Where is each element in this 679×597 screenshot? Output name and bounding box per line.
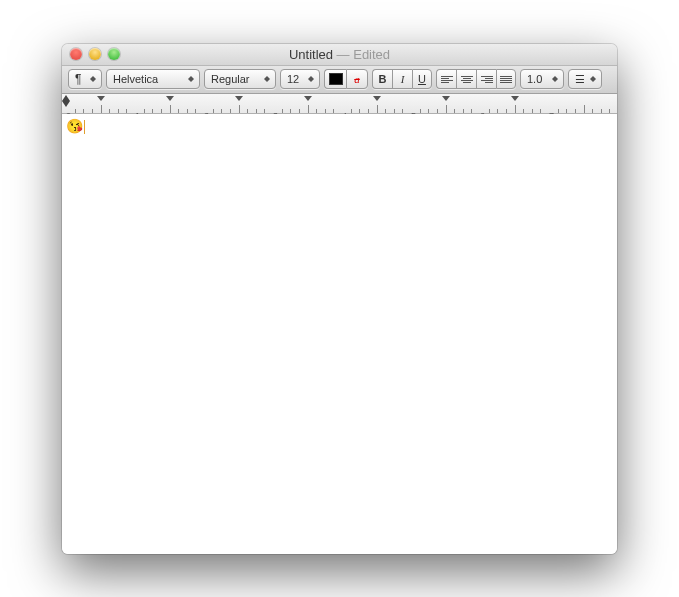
updown-icon: [89, 73, 97, 85]
text-color-button[interactable]: [324, 69, 346, 89]
ruler-tick: [471, 109, 472, 113]
ruler-tick: [144, 109, 145, 113]
ruler-tick: [532, 109, 533, 113]
document-content: 😘: [66, 118, 85, 135]
updown-icon: [589, 73, 597, 85]
ruler-tick: [247, 109, 248, 113]
titlebar[interactable]: Untitled — Edited: [62, 44, 617, 66]
align-right-icon: [481, 76, 493, 83]
ruler-tick: [428, 109, 429, 113]
highlight-color-button[interactable]: a: [346, 69, 368, 89]
ruler-tick: [463, 109, 464, 113]
minimize-button[interactable]: [89, 48, 101, 60]
ruler-tick: [515, 105, 516, 113]
ruler-tick: [454, 109, 455, 113]
bold-button[interactable]: B: [372, 69, 392, 89]
ruler-tick: [446, 105, 447, 113]
tab-stop-marker[interactable]: [97, 96, 105, 101]
tab-stop-marker[interactable]: [166, 96, 174, 101]
align-left-icon: [441, 76, 453, 83]
ruler-tick: [609, 109, 610, 113]
font-style-value: Regular: [211, 73, 250, 85]
ruler-tick: [575, 109, 576, 113]
ruler-tick: [83, 109, 84, 113]
ruler-tick: [92, 109, 93, 113]
ruler-tick: [118, 109, 119, 113]
edited-indicator: — Edited: [333, 47, 390, 62]
ruler-tick: [351, 109, 352, 113]
italic-button[interactable]: I: [392, 69, 412, 89]
bold-label: B: [379, 73, 387, 85]
ruler-tick: [377, 105, 378, 113]
ruler-tick: [497, 109, 498, 113]
text-cursor: [84, 120, 85, 134]
ruler-tick: [316, 109, 317, 113]
ruler-tick: [299, 109, 300, 113]
paragraph-icon: ¶: [75, 72, 81, 86]
ruler-tick: [170, 105, 171, 113]
ruler-tick: [239, 105, 240, 113]
underline-button[interactable]: U: [412, 69, 432, 89]
styles-dropdown[interactable]: ¶: [68, 69, 102, 89]
ruler-tick: [359, 109, 360, 113]
list-dropdown[interactable]: ☰: [568, 69, 602, 89]
ruler-tick: [437, 109, 438, 113]
font-size-value: 12: [287, 73, 299, 85]
tab-stop-marker[interactable]: [442, 96, 450, 101]
ruler-tick: [221, 109, 222, 113]
ruler-tick: [368, 109, 369, 113]
underline-label: U: [418, 73, 426, 85]
highlight-icon: a: [354, 73, 360, 85]
font-size-dropdown[interactable]: 12: [280, 69, 320, 89]
align-right-button[interactable]: [476, 69, 496, 89]
ruler-tick: [325, 109, 326, 113]
document-area[interactable]: 😘: [62, 114, 617, 554]
font-family-value: Helvetica: [113, 73, 158, 85]
tab-stop-marker[interactable]: [304, 96, 312, 101]
align-center-button[interactable]: [456, 69, 476, 89]
ruler-tick: [601, 109, 602, 113]
updown-icon: [263, 73, 271, 85]
style-group: B I U: [372, 69, 432, 89]
window-controls: [62, 48, 120, 60]
close-button[interactable]: [70, 48, 82, 60]
line-spacing-dropdown[interactable]: 1.0: [520, 69, 564, 89]
ruler-tick: [506, 109, 507, 113]
document-name: Untitled: [289, 47, 333, 62]
ruler-tick: [109, 109, 110, 113]
ruler-tick: [558, 109, 559, 113]
alignment-group: [436, 69, 516, 89]
line-spacing-value: 1.0: [527, 73, 542, 85]
ruler-tick: [264, 109, 265, 113]
tab-stop-marker[interactable]: [235, 96, 243, 101]
color-swatch-icon: [329, 73, 343, 85]
updown-icon: [551, 73, 559, 85]
align-center-icon: [461, 76, 473, 83]
ruler-tick: [230, 109, 231, 113]
tab-stop-marker[interactable]: [373, 96, 381, 101]
zoom-button[interactable]: [108, 48, 120, 60]
align-justify-icon: [500, 76, 512, 83]
ruler-tick: [394, 109, 395, 113]
align-justify-button[interactable]: [496, 69, 516, 89]
ruler-tick: [256, 109, 257, 113]
ruler-tick: [75, 109, 76, 113]
ruler-tick: [178, 109, 179, 113]
ruler-tick: [282, 109, 283, 113]
ruler-tick: [213, 109, 214, 113]
ruler[interactable]: 01234567: [62, 94, 617, 114]
ruler-tick: [566, 109, 567, 113]
ruler-tick: [402, 109, 403, 113]
ruler-tick: [101, 105, 102, 113]
font-family-dropdown[interactable]: Helvetica: [106, 69, 200, 89]
ruler-tick: [489, 109, 490, 113]
ruler-tick: [523, 109, 524, 113]
ruler-tick: [290, 109, 291, 113]
left-margin-marker[interactable]: [62, 95, 70, 101]
align-left-button[interactable]: [436, 69, 456, 89]
italic-label: I: [401, 73, 405, 85]
window-title: Untitled — Edited: [62, 47, 617, 62]
ruler-tick: [195, 109, 196, 113]
font-style-dropdown[interactable]: Regular: [204, 69, 276, 89]
tab-stop-marker[interactable]: [511, 96, 519, 101]
